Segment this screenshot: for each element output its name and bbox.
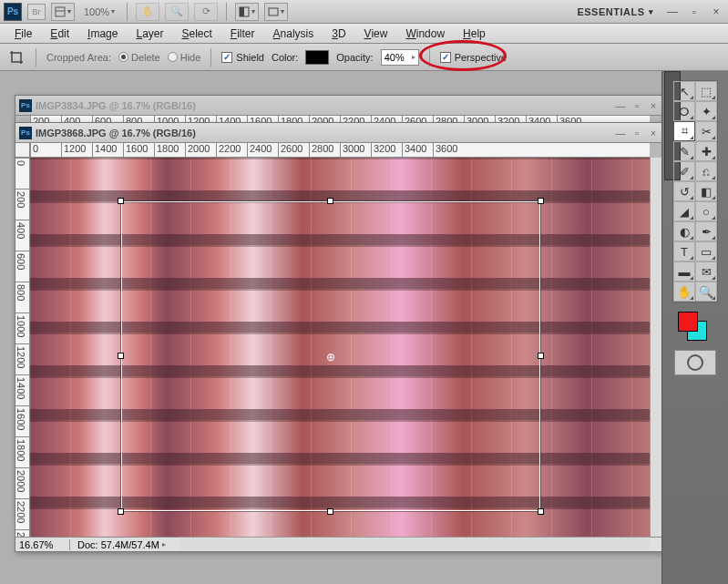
- crop-handle-tr[interactable]: [538, 198, 544, 204]
- menu-3d[interactable]: 3D: [323, 25, 354, 43]
- view-extras-dropdown[interactable]: [51, 3, 75, 21]
- menu-help[interactable]: Help: [454, 25, 495, 43]
- document-area: Ps IMGP3834.JPG @ 16.7% (RGB/16) — ▫ × 2…: [0, 71, 661, 584]
- document-title-text: IMGP3834.JPG @ 16.7% (RGB/16): [36, 100, 196, 111]
- path-tool[interactable]: ▭: [695, 241, 717, 261]
- delete-radio[interactable]: Delete: [118, 52, 160, 63]
- magic-wand-tool[interactable]: ✦: [695, 101, 717, 121]
- doc-close-button[interactable]: ×: [646, 127, 661, 139]
- menu-edit[interactable]: Edit: [41, 25, 78, 43]
- screen-mode-dropdown[interactable]: [264, 3, 288, 21]
- crop-tool[interactable]: ⌗: [673, 121, 695, 141]
- eyedropper-tool[interactable]: ✎: [673, 141, 695, 161]
- photoshop-logo-icon: Ps: [4, 3, 22, 21]
- arrange-documents-dropdown[interactable]: [235, 3, 259, 21]
- maximize-button[interactable]: ▫: [686, 5, 702, 19]
- perspective-checkbox[interactable]: ✓Perspective: [440, 52, 507, 63]
- workspace-switcher[interactable]: ESSENTIALS: [571, 5, 659, 19]
- cropped-area-label: Cropped Area:: [46, 52, 111, 63]
- shape-tool[interactable]: ▬: [673, 261, 695, 282]
- crop-marquee[interactable]: ⊕: [121, 201, 540, 511]
- divider: [36, 48, 36, 67]
- document-titlebar[interactable]: Ps IMGP3868.JPG @ 16.7% (RGB/16) — ▫ ×: [15, 123, 664, 143]
- hide-radio[interactable]: Hide: [168, 52, 201, 63]
- dodge-tool[interactable]: ◐: [673, 221, 695, 241]
- crop-handle-tm[interactable]: [327, 198, 333, 204]
- menu-bar: FileEditImageLayerSelectFilterAnalysis3D…: [0, 24, 728, 44]
- menu-analysis[interactable]: Analysis: [264, 25, 323, 43]
- status-zoom-field[interactable]: 16.67%: [15, 539, 70, 550]
- menu-view[interactable]: View: [355, 25, 397, 43]
- blur-tool[interactable]: ○: [695, 201, 717, 221]
- rotate-view-button[interactable]: ⟳: [194, 3, 218, 21]
- hand-tool[interactable]: ✋: [673, 282, 695, 302]
- document-titlebar[interactable]: Ps IMGP3834.JPG @ 16.7% (RGB/16) — ▫ ×: [15, 96, 664, 116]
- pen-tool[interactable]: ✒: [695, 221, 717, 241]
- doc-maximize-button[interactable]: ▫: [630, 127, 644, 139]
- zoom-tool-button[interactable]: 🔍: [165, 3, 189, 21]
- zoom-level-dropdown[interactable]: 100%: [80, 6, 118, 17]
- ruler-origin[interactable]: [15, 143, 30, 158]
- history-brush-tool[interactable]: ↺: [673, 181, 695, 201]
- menu-image[interactable]: Image: [78, 25, 127, 43]
- divider: [210, 48, 211, 67]
- move-tool[interactable]: ↖: [673, 81, 695, 101]
- document-window-front[interactable]: Ps IMGP3868.JPG @ 16.7% (RGB/16) — ▫ × 0…: [15, 122, 665, 552]
- type-tool[interactable]: T: [673, 241, 695, 261]
- brush-tool[interactable]: ✐: [673, 161, 695, 181]
- divider: [429, 48, 430, 67]
- healing-tool[interactable]: ✚: [695, 141, 717, 161]
- crop-handle-bl[interactable]: [118, 508, 124, 515]
- shield-color-swatch[interactable]: [305, 50, 329, 65]
- doc-close-button[interactable]: ×: [646, 99, 661, 112]
- status-bar: 16.67% Doc: 57.4M/57.4M: [15, 537, 664, 551]
- status-doc-info[interactable]: Doc: 57.4M/57.4M: [70, 539, 173, 550]
- crop-handle-tl[interactable]: [118, 198, 124, 204]
- foreground-color-swatch[interactable]: [678, 312, 698, 332]
- menu-select[interactable]: Select: [172, 25, 220, 43]
- crop-handle-br[interactable]: [538, 508, 544, 515]
- color-label: Color:: [272, 52, 298, 63]
- menu-filter[interactable]: Filter: [221, 25, 264, 43]
- menu-layer[interactable]: Layer: [127, 25, 172, 43]
- divider: [226, 3, 227, 21]
- options-bar: Cropped Area: Delete Hide ✓Shield Color:…: [0, 44, 728, 71]
- notes-tool[interactable]: ✉: [695, 261, 717, 282]
- close-button[interactable]: ×: [708, 5, 724, 19]
- right-dock: ↖⬚ⵔ✦⌗✂✎✚✐⎌↺◧◢○◐✒T▭▬✉✋🔍: [661, 71, 728, 584]
- hand-tool-button[interactable]: ✋: [136, 3, 159, 21]
- marquee-tool[interactable]: ⬚: [695, 81, 717, 101]
- eraser-tool[interactable]: ◧: [695, 181, 717, 201]
- bridge-button[interactable]: Br: [27, 4, 46, 20]
- menu-window[interactable]: Window: [396, 25, 454, 43]
- lasso-tool[interactable]: ⵔ: [673, 101, 695, 121]
- menu-file[interactable]: File: [5, 25, 41, 43]
- doc-maximize-button[interactable]: ▫: [630, 99, 644, 112]
- slice-tool[interactable]: ✂: [695, 121, 717, 141]
- crop-handle-bm[interactable]: [327, 508, 333, 515]
- document-icon: Ps: [19, 99, 32, 112]
- quick-mask-button[interactable]: [674, 350, 716, 375]
- zoom-tool[interactable]: 🔍: [695, 282, 717, 302]
- canvas[interactable]: ⊕: [30, 158, 650, 537]
- application-bar: Ps Br 100% ✋ 🔍 ⟳ ESSENTIALS — ▫ ×: [0, 0, 728, 24]
- doc-minimize-button[interactable]: —: [613, 127, 628, 139]
- document-title-text: IMGP3868.JPG @ 16.7% (RGB/16): [36, 128, 196, 138]
- ruler-vertical[interactable]: 0200400600800100012001400160018002000220…: [15, 158, 30, 537]
- crop-handle-mr[interactable]: [538, 353, 544, 359]
- opacity-field[interactable]: 40%: [381, 49, 419, 66]
- crop-handle-ml[interactable]: [118, 353, 124, 359]
- svg-rect-0: [56, 7, 65, 16]
- scrollbar-horizontal[interactable]: [179, 537, 650, 551]
- ruler-horizontal[interactable]: 0120014001600180020002200240026002800300…: [30, 143, 650, 158]
- divider: [127, 3, 128, 21]
- minimize-button[interactable]: —: [664, 5, 681, 19]
- tools-panel: ↖⬚ⵔ✦⌗✂✎✚✐⎌↺◧◢○◐✒T▭▬✉✋🔍: [672, 80, 718, 302]
- crop-center-icon: ⊕: [325, 351, 336, 362]
- shield-checkbox[interactable]: ✓Shield: [221, 52, 264, 63]
- gradient-tool[interactable]: ◢: [673, 201, 695, 221]
- crop-tool-icon: [7, 48, 26, 67]
- color-picker[interactable]: [672, 308, 718, 344]
- stamp-tool[interactable]: ⎌: [695, 161, 717, 181]
- doc-minimize-button[interactable]: —: [613, 99, 628, 112]
